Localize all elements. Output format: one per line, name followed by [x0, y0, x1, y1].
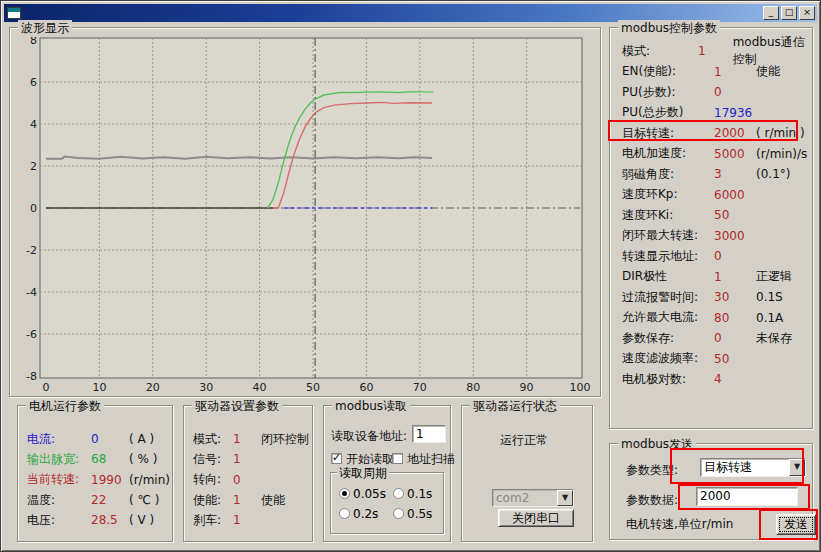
param-label: 允许最大电流:: [622, 309, 714, 326]
param-label: 速度滤波频率:: [622, 350, 714, 367]
radio-005s[interactable]: 0.05s: [339, 487, 386, 501]
scan-address-label: 地址扫描: [407, 452, 455, 466]
param-row: 使能: 1 使能: [184, 490, 312, 510]
param-value: 17936: [714, 106, 756, 120]
app-window: _ □ × 波形显示 010203040506070809010086420-2…: [0, 0, 821, 552]
modbus-send-group-title: modbus发送: [618, 436, 696, 453]
param-data-input[interactable]: 2000: [696, 487, 798, 506]
svg-text:80: 80: [466, 381, 480, 394]
param-row: PU(总步数) 17936: [610, 103, 812, 124]
param-type-select[interactable]: 目标转速 ▼: [700, 458, 806, 477]
param-row: 电流: 0 ( A ): [18, 429, 172, 449]
read-address-label: 读取设备地址:: [331, 428, 407, 445]
param-label: 电机加速度:: [622, 145, 714, 162]
param-value: 80: [714, 311, 756, 325]
param-label: 目标转速:: [622, 125, 714, 142]
param-value: 1: [233, 452, 261, 466]
radio-05s[interactable]: 0.5s: [393, 507, 432, 521]
svg-text:-4: -4: [26, 286, 37, 299]
checkbox-icon[interactable]: [392, 453, 403, 464]
radio-icon[interactable]: [339, 488, 350, 499]
param-row: 允许最大电流: 80 0.1A: [610, 308, 812, 329]
scan-address-checkbox[interactable]: 地址扫描: [392, 451, 455, 468]
radio-icon[interactable]: [393, 488, 404, 499]
svg-text:40: 40: [253, 381, 267, 394]
svg-text:6: 6: [30, 76, 37, 89]
param-value: 28.5: [91, 513, 129, 527]
param-row: 速度滤波频率: 50: [610, 349, 812, 370]
window-icon: [7, 7, 21, 19]
param-label: 过流报警时间:: [622, 289, 714, 306]
param-unit: ( V ): [129, 513, 154, 527]
param-data-label: 参数数据:: [626, 492, 678, 509]
param-row: DIR极性 1 正逻辑: [610, 267, 812, 288]
param-value: 2000: [714, 126, 756, 140]
param-label: 模式:: [622, 43, 698, 60]
minimize-button[interactable]: _: [763, 6, 779, 20]
param-value: 0: [714, 331, 756, 345]
radio-icon[interactable]: [393, 508, 404, 519]
param-row: 电压: 28.5 ( V ): [18, 510, 172, 530]
radio-icon[interactable]: [339, 508, 350, 519]
start-read-label: 开始读取: [346, 452, 394, 466]
motor-params-rows: 电流: 0 ( A ) 输出脉宽: 68 ( % ) 当前转速: 1990 (r…: [18, 406, 172, 541]
com-port-value: com2: [493, 491, 557, 505]
svg-text:30: 30: [199, 381, 213, 394]
close-serial-button[interactable]: 关闭串口: [498, 509, 574, 527]
param-row: 电机极对数: 4: [610, 369, 812, 390]
svg-text:100: 100: [570, 381, 591, 394]
param-label: 转向:: [193, 471, 233, 488]
param-unit: (r/min): [129, 473, 170, 487]
param-label: 模式:: [193, 431, 233, 448]
param-row: 温度: 22 ( ℃ ): [18, 490, 172, 510]
param-row: 过流报警时间: 30 0.1S: [610, 287, 812, 308]
motor-params-group: 电机运行参数 电流: 0 ( A ) 输出脉宽: 68 ( % ) 当前转速: …: [17, 405, 173, 542]
param-type-label: 参数类型:: [626, 462, 678, 479]
param-extra: (0.1°): [756, 167, 790, 181]
read-address-input[interactable]: 1: [412, 425, 446, 443]
com-port-select[interactable]: com2 ▼: [492, 489, 574, 507]
param-extra: 闭环控制: [261, 431, 309, 448]
param-value: 1: [714, 270, 756, 284]
svg-text:-8: -8: [26, 370, 37, 383]
param-label: 电压:: [27, 512, 91, 529]
svg-text:0: 0: [43, 381, 50, 394]
svg-text:2: 2: [30, 160, 37, 173]
param-unit: ( % ): [129, 452, 157, 466]
param-value: 50: [714, 352, 756, 366]
param-label: 转速显示地址:: [622, 248, 714, 265]
waveform-group-title: 波形显示: [18, 20, 72, 37]
svg-text:10: 10: [92, 381, 106, 394]
modbus-control-group: modbus控制参数 模式: 1 modbus通信控制 EN(使能): 1 使能…: [609, 27, 813, 429]
svg-text:70: 70: [413, 381, 427, 394]
send-button[interactable]: 发送: [776, 514, 816, 535]
param-extra: 0.1A: [756, 311, 783, 325]
svg-text:-2: -2: [26, 244, 37, 257]
param-row: 输出脉宽: 68 ( % ): [18, 449, 172, 469]
param-row: 模式: 1 modbus通信控制: [610, 41, 812, 62]
param-extra: 正逻辑: [756, 268, 792, 285]
param-label: 信号:: [193, 451, 233, 468]
radio-02s[interactable]: 0.2s: [339, 507, 378, 521]
param-row: 信号: 1: [184, 449, 312, 469]
radio-01s[interactable]: 0.1s: [393, 487, 432, 501]
param-label: 输出脉宽:: [27, 451, 91, 468]
maximize-button[interactable]: □: [781, 6, 797, 20]
status-text: 运行正常: [500, 432, 548, 449]
param-row: 模式: 1 闭环控制: [184, 429, 312, 449]
param-value: 0: [714, 249, 756, 263]
svg-text:4: 4: [30, 118, 37, 131]
checkbox-icon[interactable]: [331, 453, 342, 464]
param-row: 参数保存: 0 未保存: [610, 328, 812, 349]
param-value: 1: [698, 44, 733, 58]
svg-text:-6: -6: [26, 328, 37, 341]
chevron-down-icon[interactable]: ▼: [789, 459, 805, 476]
param-label: 闭环最大转速:: [622, 227, 714, 244]
close-button[interactable]: ×: [799, 6, 815, 20]
chevron-down-icon: ▼: [557, 490, 573, 506]
param-label: 参数保存:: [622, 330, 714, 347]
driver-settings-rows: 模式: 1 闭环控制 信号: 1 转向: 0 使能: 1 使能 刹车: 1: [184, 406, 312, 541]
param-row: 速度环Kp: 6000: [610, 185, 812, 206]
svg-text:20: 20: [146, 381, 160, 394]
read-period-title: 读取周期: [337, 465, 389, 482]
